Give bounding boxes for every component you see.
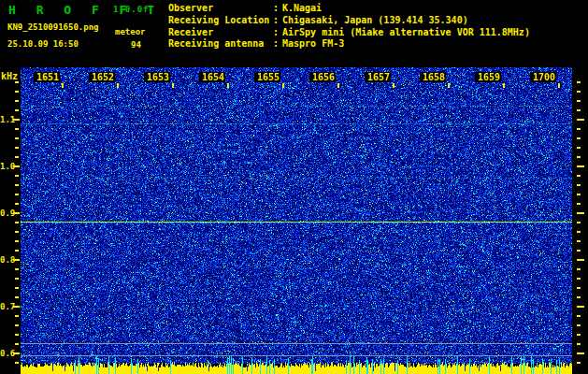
- freq-minor-tick-right: [577, 324, 581, 326]
- freq-minor-tick-right: [577, 147, 581, 149]
- freq-minor-tick-right: [577, 296, 581, 298]
- meteor-count-value: 94: [131, 40, 141, 50]
- spectrogram-canvas: [21, 67, 572, 374]
- hrofft-window: H R O F F T 1.0.0f KN9_2510091650.png 25…: [0, 0, 588, 374]
- freq-tick-label: 0.6: [0, 349, 14, 358]
- freq-tick-label: 1.1: [0, 115, 14, 124]
- time-tick-label: 1653: [144, 72, 170, 82]
- freq-minor-tick-right: [577, 343, 581, 345]
- freq-axis-unit-label: kHz: [1, 71, 18, 81]
- freq-minor-tick-right: [577, 194, 581, 195]
- freq-minor-tick-right: [577, 231, 581, 233]
- freq-minor-tick-left: [15, 222, 19, 223]
- freq-minor-tick-right: [577, 184, 581, 186]
- freq-minor-tick-right: [577, 137, 581, 139]
- time-tick: [117, 83, 119, 88]
- freq-major-tick-right: [577, 259, 584, 261]
- info-row-3: Receiving antenna:Maspro FM-3: [168, 38, 530, 50]
- freq-minor-tick-left: [15, 315, 19, 317]
- freq-minor-tick-right: [577, 362, 581, 364]
- time-tick: [448, 83, 450, 88]
- freq-major-tick-left: [13, 259, 20, 261]
- freq-tick-label: 0.8: [0, 255, 14, 265]
- meteor-count-label: meteor: [115, 27, 146, 36]
- output-filename: KN9_2510091650.png: [7, 22, 99, 32]
- time-tick-label: 1654: [199, 72, 225, 82]
- freq-minor-tick-left: [15, 268, 19, 270]
- freq-major-tick-left: [13, 352, 20, 354]
- freq-minor-tick-left: [15, 240, 19, 242]
- freq-tick-label: 1.0: [0, 162, 14, 171]
- info-label: Observer: [168, 3, 273, 15]
- info-separator: :: [273, 3, 282, 15]
- freq-minor-tick-right: [577, 278, 581, 280]
- freq-tick-label: 0.9: [0, 209, 14, 218]
- freq-minor-tick-left: [15, 156, 19, 158]
- freq-minor-tick-right: [577, 334, 581, 336]
- time-tick: [558, 83, 560, 88]
- time-tick: [62, 83, 64, 88]
- info-label: Receiver: [168, 27, 273, 39]
- freq-minor-tick-right: [577, 287, 581, 289]
- freq-minor-tick-left: [15, 278, 19, 280]
- freq-minor-tick-right: [577, 268, 581, 270]
- info-separator: :: [273, 15, 282, 27]
- freq-minor-tick-right: [577, 128, 581, 130]
- freq-major-tick-left: [13, 119, 20, 121]
- freq-major-tick-right: [577, 119, 584, 121]
- info-row-0: Observer:K.Nagai: [168, 3, 530, 15]
- freq-minor-tick-left: [15, 287, 19, 289]
- freq-minor-tick-left: [15, 137, 19, 139]
- freq-minor-tick-left: [15, 128, 19, 130]
- freq-tick-label: 0.7: [0, 302, 14, 311]
- station-info-block: Observer:K.NagaiReceiving Location:Chiga…: [168, 3, 530, 50]
- info-value: AirSpy mini (Miake alternative VOR 111.8…: [282, 27, 530, 39]
- freq-minor-tick-left: [15, 194, 19, 195]
- time-tick: [282, 83, 284, 88]
- freq-major-tick-right: [577, 306, 584, 308]
- time-tick: [172, 83, 174, 88]
- info-row-1: Receiving Location:Chigasaki, Japan (139…: [168, 15, 530, 27]
- freq-minor-tick-left: [15, 343, 19, 345]
- freq-minor-tick-left: [15, 81, 19, 83]
- info-value: Chigasaki, Japan (139.414 35.340): [282, 15, 468, 27]
- freq-minor-tick-right: [577, 91, 581, 93]
- freq-minor-tick-left: [15, 100, 19, 102]
- freq-minor-tick-left: [15, 203, 19, 205]
- time-tick-label: 1659: [475, 72, 501, 82]
- info-row-2: Receiver:AirSpy mini (Miake alternative …: [168, 27, 530, 39]
- time-tick-label: 1651: [34, 72, 60, 82]
- freq-minor-tick-right: [577, 250, 581, 252]
- time-tick-label: 1657: [365, 72, 391, 82]
- time-tick-label: 1658: [420, 72, 446, 82]
- freq-minor-tick-right: [577, 240, 581, 242]
- freq-major-tick-left: [13, 165, 20, 167]
- freq-minor-tick-left: [15, 91, 19, 93]
- freq-minor-tick-left: [15, 296, 19, 298]
- freq-minor-tick-left: [15, 362, 19, 364]
- freq-minor-tick-left: [15, 231, 19, 233]
- freq-minor-tick-left: [15, 175, 19, 177]
- freq-minor-tick-right: [577, 175, 581, 177]
- freq-minor-tick-left: [15, 184, 19, 186]
- freq-minor-tick-left: [15, 334, 19, 336]
- time-tick-label: 1655: [254, 72, 280, 82]
- info-label: Receiving antenna: [168, 38, 273, 50]
- info-separator: :: [273, 27, 282, 39]
- time-tick-label: 1700: [530, 72, 556, 82]
- app-version: 1.0.0f: [113, 5, 150, 14]
- info-value: K.Nagai: [282, 3, 322, 15]
- info-value: Maspro FM-3: [282, 38, 344, 50]
- freq-major-tick-right: [577, 352, 584, 354]
- freq-minor-tick-left: [15, 324, 19, 326]
- time-tick: [393, 83, 394, 88]
- freq-minor-tick-right: [577, 203, 581, 205]
- freq-minor-tick-left: [15, 147, 19, 149]
- freq-minor-tick-left: [15, 109, 19, 111]
- time-tick: [337, 83, 339, 88]
- freq-minor-tick-right: [577, 315, 581, 317]
- time-tick: [503, 83, 505, 88]
- freq-minor-tick-right: [577, 109, 581, 111]
- freq-major-tick-left: [13, 306, 20, 308]
- info-separator: :: [273, 38, 282, 50]
